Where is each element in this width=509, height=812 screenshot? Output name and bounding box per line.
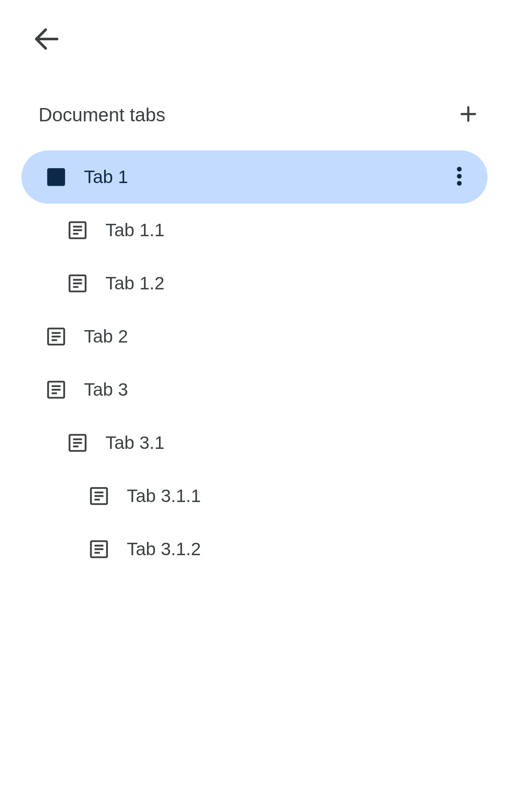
tab-label: Tab 3.1 (105, 433, 165, 453)
panel-title: Document tabs (39, 104, 165, 126)
document-icon (45, 326, 67, 347)
document-icon (67, 220, 88, 241)
tab-item[interactable]: Tab 3.1 (21, 416, 488, 469)
add-tab-button[interactable] (453, 100, 483, 130)
plus-icon (459, 105, 477, 125)
tab-item[interactable]: Tab 3.1.1 (21, 469, 488, 523)
tab-list: Tab 1 Tab 1.1 (0, 150, 509, 576)
back-button[interactable] (27, 21, 66, 59)
tab-more-button[interactable] (449, 167, 470, 187)
svg-point-7 (457, 167, 462, 171)
tab-item[interactable]: Tab 1.2 (21, 257, 488, 310)
svg-point-9 (457, 181, 462, 186)
tab-item[interactable]: Tab 1 (21, 150, 488, 204)
document-icon (88, 538, 110, 560)
tab-label: Tab 3.1.1 (127, 486, 201, 506)
tab-label: Tab 1 (84, 167, 128, 187)
tab-item[interactable]: Tab 3 (21, 363, 488, 416)
tab-item[interactable]: Tab 3.1.2 (21, 523, 488, 576)
tab-label: Tab 3.1.2 (127, 539, 201, 559)
tab-label: Tab 1.1 (105, 220, 165, 241)
tab-item[interactable]: Tab 1.1 (21, 204, 488, 257)
more-vertical-icon (457, 167, 462, 187)
svg-point-8 (457, 174, 462, 179)
document-icon (67, 432, 88, 454)
document-icon (67, 273, 88, 294)
tab-label: Tab 2 (84, 326, 128, 347)
arrow-left-icon (34, 27, 59, 53)
document-icon (88, 485, 110, 507)
document-icon (45, 379, 67, 400)
panel-header: Document tabs (0, 100, 509, 130)
tab-label: Tab 1.2 (105, 273, 165, 294)
tab-label: Tab 3 (84, 379, 128, 400)
document-icon (45, 166, 67, 188)
tab-item[interactable]: Tab 2 (21, 310, 488, 363)
